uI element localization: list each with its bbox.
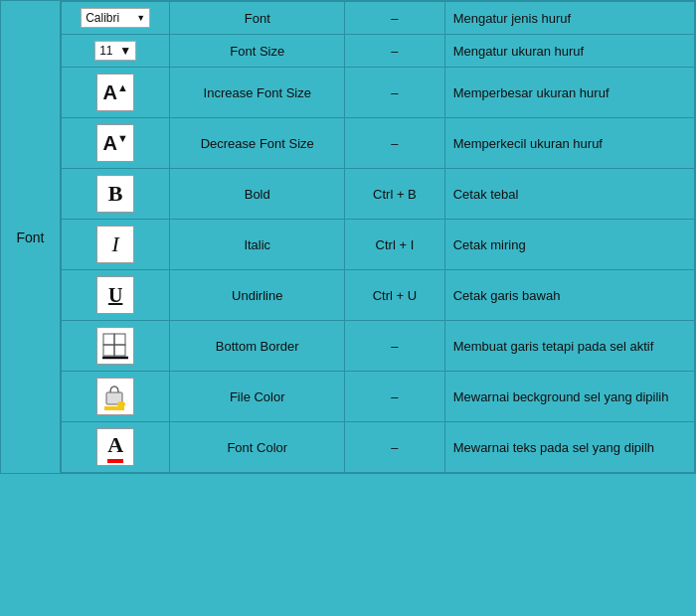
- feature-name: Font: [170, 2, 345, 35]
- icon-cell: B: [62, 169, 170, 220]
- icon-cell: Calibri ▼: [62, 2, 170, 35]
- description: Membuat garis tetapi pada sel aktif: [444, 321, 694, 372]
- shortcut-key: –: [345, 422, 445, 473]
- table-row: Bottom Border–Membuat garis tetapi pada …: [62, 321, 695, 372]
- underline-icon[interactable]: U: [96, 276, 134, 314]
- table-row: A▲ Increase Font Size–Memperbesar ukuran…: [62, 68, 695, 118]
- feature-name: Font Color: [170, 422, 345, 473]
- icon-cell: [62, 321, 170, 372]
- bold-icon[interactable]: B: [96, 175, 134, 213]
- icon-cell: [62, 372, 170, 422]
- icon-cell: U: [62, 270, 170, 321]
- table-row: A Font Color–Mewarnai teks pada sel yang…: [62, 422, 695, 473]
- shortcut-key: –: [345, 2, 445, 35]
- border-svg: [101, 332, 129, 360]
- description: Cetak garis bawah: [444, 270, 694, 321]
- shortcut-key: –: [345, 321, 445, 372]
- group-label: Font: [1, 1, 61, 474]
- feature-name: File Color: [170, 372, 345, 422]
- feature-name: Bottom Border: [170, 321, 345, 372]
- fill-color-svg: [100, 381, 130, 412]
- font-color-letter: A: [107, 432, 123, 458]
- description: Mengatur jenis huruf: [444, 2, 694, 35]
- main-table: Font Calibri ▼ Font–Mengatur jenis huruf…: [0, 0, 696, 474]
- size-value: 11: [99, 44, 112, 58]
- table-row: U UndirlineCtrl + UCetak garis bawah: [62, 270, 695, 321]
- font-name: Calibri: [86, 11, 119, 25]
- dropdown-arrow: ▼: [119, 44, 131, 58]
- table-row: A▼ Decrease Font Size–Memperkecil ukuran…: [62, 118, 695, 169]
- description: Cetak miring: [444, 220, 694, 270]
- svg-rect-7: [104, 406, 124, 410]
- svg-rect-3: [114, 345, 125, 356]
- shortcut-key: –: [345, 118, 445, 169]
- description: Memperbesar ukuran huruf: [444, 68, 694, 118]
- icon-cell: I: [62, 220, 170, 270]
- dropdown-arrow: ▼: [136, 13, 145, 23]
- italic-icon[interactable]: I: [96, 226, 134, 263]
- feature-name: Italic: [170, 220, 345, 270]
- items-table: Calibri ▼ Font–Mengatur jenis huruf 11 ▼…: [61, 1, 695, 473]
- font-color-bar: [107, 459, 123, 463]
- feature-name: Bold: [170, 169, 345, 220]
- table-row: Calibri ▼ Font–Mengatur jenis huruf: [62, 2, 695, 35]
- svg-rect-1: [114, 334, 125, 345]
- table-row: File Color–Mewarnai beckground sel yang …: [62, 372, 695, 422]
- font-color-icon[interactable]: A: [96, 428, 134, 466]
- shortcut-key: Ctrl + U: [345, 270, 445, 321]
- description: Mewarnai beckground sel yang dipilih: [444, 372, 694, 422]
- table-row: B BoldCtrl + BCetak tebal: [62, 169, 695, 220]
- icon-cell: A▲: [62, 68, 170, 118]
- font-dropdown[interactable]: Calibri ▼: [81, 8, 150, 28]
- description: Cetak tebal: [444, 169, 694, 220]
- file-color-icon[interactable]: [96, 378, 134, 415]
- shortcut-key: –: [345, 68, 445, 118]
- table-row: I ItalicCtrl + ICetak miring: [62, 220, 695, 270]
- icon-cell: 11 ▼: [62, 35, 170, 68]
- icon-cell: A▼: [62, 118, 170, 169]
- feature-name: Font Size: [170, 35, 345, 68]
- shortcut-key: Ctrl + I: [345, 220, 445, 270]
- svg-rect-2: [103, 345, 114, 356]
- description: Memperkecil ukuran huruf: [444, 118, 694, 169]
- description: Mengatur ukuran huruf: [444, 35, 694, 68]
- table-row: 11 ▼ Font Size–Mengatur ukuran huruf: [62, 35, 695, 68]
- decrease-font-icon[interactable]: A▼: [96, 124, 134, 162]
- bottom-border-icon[interactable]: [96, 327, 134, 365]
- description: Mewarnai teks pada sel yang dipilh: [444, 422, 694, 473]
- size-dropdown[interactable]: 11 ▼: [94, 41, 136, 61]
- svg-rect-0: [103, 334, 114, 345]
- feature-name: Undirline: [170, 270, 345, 321]
- feature-name: Increase Font Size: [170, 68, 345, 118]
- icon-cell: A: [62, 422, 170, 473]
- shortcut-key: Ctrl + B: [345, 169, 445, 220]
- increase-font-icon[interactable]: A▲: [96, 74, 134, 111]
- shortcut-key: –: [345, 35, 445, 68]
- feature-name: Decrease Font Size: [170, 118, 345, 169]
- shortcut-key: –: [345, 372, 445, 422]
